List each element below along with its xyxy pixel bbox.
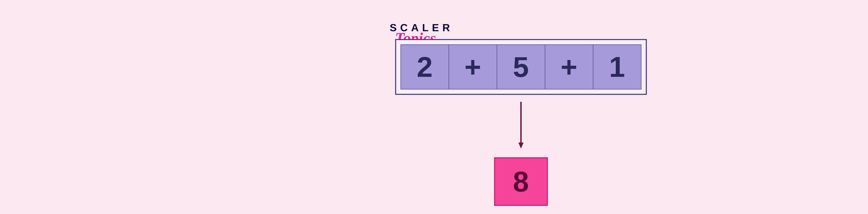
- svg-marker-1: [518, 143, 524, 149]
- result-box: 8: [494, 157, 548, 206]
- arrow-container: [518, 102, 524, 149]
- expression-cell: +: [448, 44, 497, 90]
- down-arrow-icon: [518, 102, 524, 149]
- expression-cell: 2: [401, 44, 449, 90]
- expression-cell: 5: [497, 44, 545, 90]
- expression-box: 2 + 5 + 1: [395, 39, 647, 95]
- expression-cell: +: [545, 44, 593, 90]
- expression-diagram: 2 + 5 + 1 8: [395, 39, 647, 206]
- expression-cell: 1: [593, 44, 642, 90]
